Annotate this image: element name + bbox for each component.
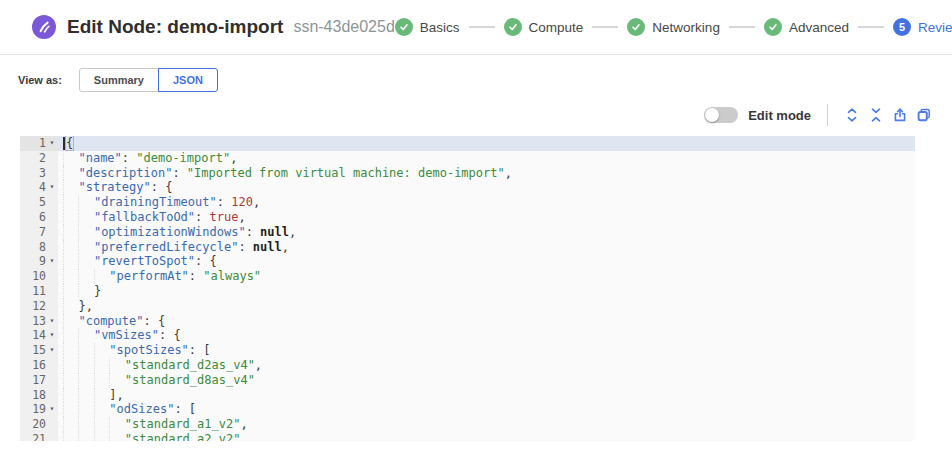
gutter-cell: 17	[20, 373, 58, 388]
export-icon[interactable]	[888, 103, 912, 127]
fold-arrow-icon[interactable]: ▾	[46, 314, 58, 329]
gutter-cell: 10	[20, 269, 58, 284]
fold-arrow-icon[interactable]: ▾	[46, 328, 58, 343]
code-text[interactable]: "standard_d2as_v4",	[58, 358, 915, 373]
code-line[interactable]: 12 },	[20, 299, 915, 314]
line-number: 11	[32, 284, 46, 299]
code-line[interactable]: 13▾ "compute": {	[20, 314, 915, 329]
unfold-more-icon[interactable]	[840, 103, 864, 127]
code-line[interactable]: 9▾ "revertToSpot": {	[20, 254, 915, 269]
line-number: 16	[32, 358, 46, 373]
gutter-cell: 9▾	[20, 254, 58, 269]
code-line[interactable]: 6 "fallbackToOd": true,	[20, 210, 915, 225]
unfold-less-icon[interactable]	[864, 103, 888, 127]
code-text[interactable]: "revertToSpot": {	[58, 254, 915, 269]
code-line[interactable]: 11 }	[20, 284, 915, 299]
code-line[interactable]: 7 "optimizationWindows": null,	[20, 225, 915, 240]
copy-icon[interactable]	[912, 103, 936, 127]
summary-view-button[interactable]: Summary	[79, 68, 159, 92]
code-line[interactable]: 2 "name": "demo-import",	[20, 151, 915, 166]
code-text[interactable]: "standard_a2_v2"	[58, 432, 915, 441]
step-connector	[592, 26, 618, 28]
step-basics[interactable]: Basics	[395, 18, 460, 36]
header: Edit Node: demo-import ssn-43de025d Basi…	[0, 0, 952, 55]
editor-toolbar: Edit mode	[0, 102, 952, 128]
fold-arrow-icon[interactable]: ▾	[46, 136, 58, 151]
fold-arrow-icon[interactable]: ▾	[46, 180, 58, 195]
gutter-cell: 15▾	[20, 343, 58, 358]
page-title: Edit Node: demo-import	[67, 16, 283, 38]
line-number: 13	[32, 314, 46, 329]
code-line[interactable]: 1▾{	[20, 136, 915, 151]
view-as-label: View as:	[18, 74, 62, 86]
code-text[interactable]: {	[58, 136, 915, 151]
check-icon	[764, 18, 782, 36]
fold-arrow-icon[interactable]: ▾	[46, 343, 58, 358]
code-text[interactable]: "standard_a1_v2",	[58, 417, 915, 432]
check-icon	[627, 18, 645, 36]
step-review[interactable]: 5 Review	[893, 18, 952, 36]
toolbar-divider	[827, 104, 828, 126]
line-number: 9	[39, 254, 46, 269]
code-text[interactable]: "description": "Imported from virtual ma…	[58, 166, 915, 181]
code-line[interactable]: 14▾ "vmSizes": {	[20, 328, 915, 343]
code-text[interactable]: "standard_d8as_v4"	[58, 373, 915, 388]
code-text[interactable]: "compute": {	[58, 314, 915, 329]
step-label: Review	[918, 20, 952, 35]
line-number: 17	[32, 373, 46, 388]
code-text[interactable]: "strategy": {	[58, 180, 915, 195]
code-text[interactable]: }	[58, 284, 915, 299]
gutter-cell: 14▾	[20, 328, 58, 343]
edit-mode-toggle[interactable]	[704, 107, 738, 123]
code-text[interactable]: "vmSizes": {	[58, 328, 915, 343]
line-number: 15	[32, 343, 46, 358]
gutter-cell: 8	[20, 240, 58, 255]
spot-logo-icon	[32, 15, 56, 39]
code-line[interactable]: 5 "drainingTimeout": 120,	[20, 195, 915, 210]
step-label: Compute	[529, 20, 584, 35]
code-line[interactable]: 20 "standard_a1_v2",	[20, 417, 915, 432]
check-icon	[504, 18, 522, 36]
edit-mode-label: Edit mode	[748, 108, 811, 123]
line-number: 20	[32, 417, 46, 432]
code-line[interactable]: 18 ],	[20, 388, 915, 403]
gutter-cell: 18	[20, 388, 58, 403]
code-line[interactable]: 21 "standard_a2_v2"	[20, 432, 915, 441]
code-line[interactable]: 10 "performAt": "always"	[20, 269, 915, 284]
line-number: 10	[32, 269, 46, 284]
json-view-button[interactable]: JSON	[158, 68, 218, 92]
fold-arrow-icon[interactable]: ▾	[46, 254, 58, 269]
gutter-cell: 20	[20, 417, 58, 432]
line-number: 3	[39, 166, 46, 181]
line-number: 5	[39, 195, 46, 210]
gutter-cell: 1▾	[20, 136, 58, 151]
wizard-stepper: Basics Compute Networking Advanced 5 Rev…	[395, 18, 952, 36]
code-line[interactable]: 17 "standard_d8as_v4"	[20, 373, 915, 388]
code-text[interactable]: "odSizes": [	[58, 402, 915, 417]
code-text[interactable]: "fallbackToOd": true,	[58, 210, 915, 225]
code-text[interactable]: "preferredLifecycle": null,	[58, 240, 915, 255]
code-text[interactable]: "optimizationWindows": null,	[58, 225, 915, 240]
code-editor[interactable]: 1▾{2 "name": "demo-import",3 "descriptio…	[20, 136, 915, 441]
code-line[interactable]: 15▾ "spotSizes": [	[20, 343, 915, 358]
code-text[interactable]: },	[58, 299, 915, 314]
code-text[interactable]: "drainingTimeout": 120,	[58, 195, 915, 210]
code-text[interactable]: ],	[58, 388, 915, 403]
code-text[interactable]: "spotSizes": [	[58, 343, 915, 358]
gutter-cell: 19▾	[20, 402, 58, 417]
code-text[interactable]: "name": "demo-import",	[58, 151, 915, 166]
step-compute[interactable]: Compute	[504, 18, 584, 36]
code-line[interactable]: 3 "description": "Imported from virtual …	[20, 166, 915, 181]
fold-arrow-icon[interactable]: ▾	[46, 402, 58, 417]
code-line[interactable]: 19▾ "odSizes": [	[20, 402, 915, 417]
code-line[interactable]: 8 "preferredLifecycle": null,	[20, 240, 915, 255]
line-number: 4	[39, 180, 46, 195]
toggle-knob	[705, 108, 719, 122]
line-number: 1	[39, 136, 46, 151]
step-label: Basics	[420, 20, 460, 35]
code-line[interactable]: 16 "standard_d2as_v4",	[20, 358, 915, 373]
step-advanced[interactable]: Advanced	[764, 18, 849, 36]
step-networking[interactable]: Networking	[627, 18, 720, 36]
code-line[interactable]: 4▾ "strategy": {	[20, 180, 915, 195]
code-text[interactable]: "performAt": "always"	[58, 269, 915, 284]
